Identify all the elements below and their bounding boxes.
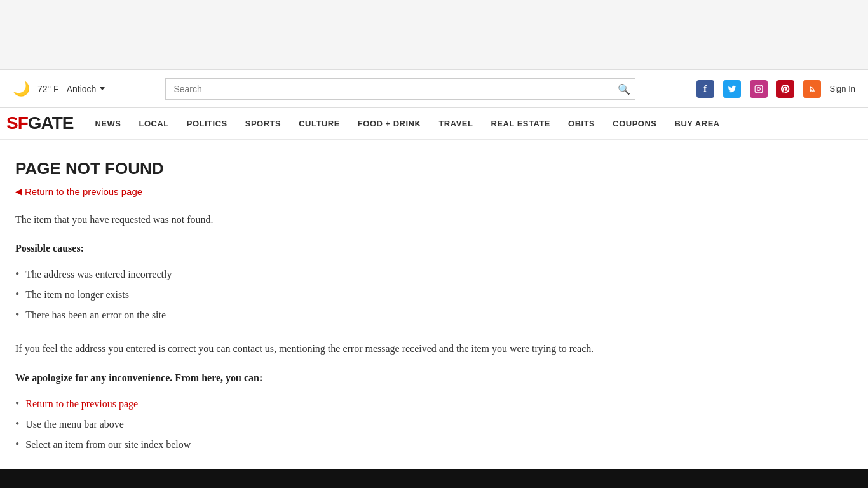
instagram-icon[interactable] (750, 80, 768, 98)
facebook-icon[interactable]: f (696, 80, 714, 98)
nav-item-travel[interactable]: TRAVEL (430, 108, 482, 139)
weather-temp: 72° F (37, 84, 59, 94)
return-link-top: ◀ Return to the previous page (15, 186, 595, 197)
svg-point-2 (760, 86, 761, 87)
nav-bar: SFGATE NEWS LOCAL POLITICS SPORTS CULTUR… (0, 108, 868, 140)
option-item-2: Use the menu bar above (15, 414, 595, 435)
return-to-previous-link-top[interactable]: Return to the previous page (25, 186, 142, 197)
svg-rect-0 (755, 85, 763, 93)
header-right: f Sign In (696, 80, 855, 98)
nav-item-local[interactable]: LOCAL (130, 108, 177, 139)
header-left: 🌙 72° F Antioch (13, 81, 105, 97)
page-title: PAGE NOT FOUND (15, 159, 595, 179)
pinterest-icon[interactable] (776, 80, 794, 98)
footer-bar (0, 469, 868, 474)
option-item-1: Return to the previous page (15, 394, 595, 414)
nav-items: NEWS LOCAL POLITICS SPORTS CULTURE FOOD … (86, 108, 728, 139)
return-to-previous-link-bottom[interactable]: Return to the previous page (25, 396, 138, 412)
svg-point-3 (810, 90, 811, 91)
nav-item-obits[interactable]: OBITS (559, 108, 604, 139)
nav-item-culture[interactable]: CULTURE (290, 108, 349, 139)
back-arrow-icon: ◀ (15, 186, 22, 197)
search-button[interactable]: 🔍 (618, 83, 630, 95)
rss-icon[interactable] (803, 80, 821, 98)
nav-item-news[interactable]: NEWS (86, 108, 130, 139)
not-found-description: The item that you have requested was not… (15, 212, 595, 227)
twitter-icon[interactable] (723, 80, 741, 98)
nav-item-sports[interactable]: SPORTS (236, 108, 290, 139)
header-bar: 🌙 72° F Antioch 🔍 f Sign In (0, 70, 868, 108)
search-input[interactable] (165, 78, 635, 100)
nav-item-politics[interactable]: POLITICS (178, 108, 236, 139)
site-logo[interactable]: SFGATE (6, 113, 73, 133)
nav-item-real-estate[interactable]: REAL ESTATE (482, 108, 559, 139)
nav-item-coupons[interactable]: COUPONS (604, 108, 665, 139)
location-chevron-icon (100, 87, 105, 90)
cause-item-3: There has been an error on the site (15, 305, 595, 325)
svg-point-1 (757, 87, 760, 90)
option-item-3: Select an item from our site index below (15, 435, 595, 455)
causes-list: The address was entered incorrectly The … (15, 264, 595, 325)
cause-item-2: The item no longer exists (15, 285, 595, 305)
logo-gate: GATE (28, 113, 74, 133)
search-bar: 🔍 (165, 78, 635, 100)
ad-banner (0, 0, 868, 70)
main-content: PAGE NOT FOUND ◀ Return to the previous … (0, 140, 610, 474)
search-icon: 🔍 (618, 83, 630, 94)
nav-item-food-drink[interactable]: FOOD + DRINK (349, 108, 430, 139)
logo-sf: SF (6, 113, 28, 133)
weather-icon: 🌙 (13, 81, 30, 97)
cause-item-1: The address was entered incorrectly (15, 264, 595, 285)
nav-item-buy-area[interactable]: BUY AREA (666, 108, 729, 139)
apology-title: We apologize for any inconvenience. From… (15, 372, 595, 384)
weather-location[interactable]: Antioch (67, 84, 105, 94)
possible-causes-title: Possible causes: (15, 243, 595, 254)
options-list: Return to the previous page Use the menu… (15, 394, 595, 455)
contact-text: If you feel the address you entered is c… (15, 341, 595, 357)
sign-in-button[interactable]: Sign In (830, 84, 855, 94)
